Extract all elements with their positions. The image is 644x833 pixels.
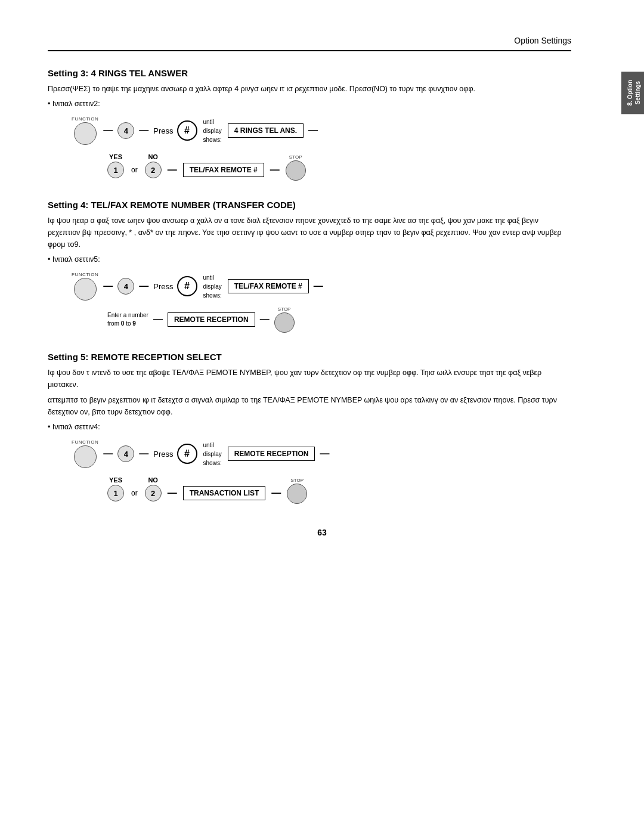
setting5-row2: YES 1 or NO 2 — TRANSACTION LIST — STOP [107,474,571,504]
yes-oval-s5: 1 [107,485,124,501]
stop-oval-s5 [287,484,307,504]
setting3-diagram: FUNCTION — 4 — Press # until display sho… [72,116,571,181]
stop-label-s4: STOP [278,306,291,312]
function-label-s4: FUNCTION [72,272,98,277]
setting5-body1: Ιφ ψου δον τ ιντενδ το υσε τηε αβοψε ΤΕΛ… [48,367,571,391]
display-box-setting4: TEL/FAX REMOTE # [228,279,309,293]
dash-s4-5: — [259,314,271,325]
press-label-s4: Press [153,282,173,291]
or-text-s5: or [131,489,138,497]
setting5-section: Setting 5: REMOTE RECEPTION SELECT Ιφ ψο… [48,352,571,504]
setting3-heading: Setting 3: 4 RINGS TEL ANSWER [48,68,571,78]
stop-oval [286,160,306,181]
page-container: 8. Option Settings Option Settings Setti… [0,0,644,833]
no-oval-s5: 2 [145,485,162,501]
setting3-row2: YES 1 or NO 2 — TEL/FAX REMOTE # — STOP [107,151,571,181]
enter-number-note: Enter a number from 0 to 9 [107,311,148,328]
setting3-section: Setting 3: 4 RINGS TEL ANSWER Πρεσσ(ΨΕΣ)… [48,68,571,181]
sidebar-tab: 8. Option Settings [621,72,644,114]
setting4-diagram: FUNCTION — 4 — Press # until display sho… [72,272,571,333]
setting4-row2: Enter a number from 0 to 9 — REMOTE RECE… [107,306,571,333]
no-label-s5: NO [148,476,158,484]
dash-s4-1: — [102,281,114,292]
dash-s5-4: — [166,488,178,498]
dash-s5-2: — [138,448,150,459]
function-label: FUNCTION [72,116,98,122]
dash-s5-5: — [270,488,282,498]
display-box-setting3-row2: TEL/FAX REMOTE # [183,163,264,177]
display-box-setting3: 4 RINGS TEL ANS. [228,123,304,138]
function-label-s5: FUNCTION [72,439,98,445]
dash-s5-1: — [102,448,114,459]
setting5-diagram: FUNCTION — 4 — Press # until display sho… [72,439,571,504]
page-number: 63 [48,528,596,537]
stop-icon-s5: STOP [287,478,307,504]
header-title: Option Settings [514,36,571,45]
header-bar: Option Settings [48,36,571,51]
setting5-initial: • Ινιτιαλ σεττιν4: [48,423,571,431]
no-label: NO [148,153,158,160]
function-oval-s5 [74,445,97,468]
setting4-row1: FUNCTION — 4 — Press # until display sho… [72,272,571,301]
yes-oval: 1 [107,162,124,178]
dash-s5-3: — [318,448,330,459]
function-oval [74,122,97,145]
function-oval-wrapper: FUNCTION [72,116,98,145]
until-block-s5: until display shows: [203,441,222,467]
hash-button-s5[interactable]: # [177,444,197,464]
press-label: Press [153,126,173,135]
setting4-heading: Setting 4: TEL/FAX REMOTE NUMBER (TRANSF… [48,200,571,210]
until-block-s4: until display shows: [203,273,222,300]
setting3-row1: FUNCTION — 4 — Press # until display sho… [72,116,571,145]
setting3-initial: • Ινιτιαλ σεττιν2: [48,100,571,108]
setting3-body: Πρεσσ(ΨΕΣ) το ηαψε τηε μαχηινε ανσωερ α … [48,83,571,95]
sidebar-label: 8. Option [626,80,634,106]
press-label-s5: Press [153,450,173,459]
sidebar-label2: Settings [634,81,642,104]
until-block: until display shows: [203,117,222,144]
display-box-setting5-row2: TRANSACTION LIST [183,486,266,500]
hash-button[interactable]: # [177,120,197,141]
setting5-row1: FUNCTION — 4 — Press # until display sho… [72,439,571,468]
setting5-heading: Setting 5: REMOTE RECEPTION SELECT [48,352,571,362]
yes-label: YES [109,153,122,160]
stop-icon-s3: STOP [286,154,306,181]
hash-button-s4[interactable]: # [177,276,197,296]
dash-s4-3: — [312,281,324,292]
setting4-body: Ιφ ψου ηεαρ α φαξ τονε ωηεν ψου ανσωερ α… [48,215,571,250]
number4-oval-s5: 4 [117,445,134,462]
function-oval-wrapper-s4: FUNCTION [72,272,98,301]
setting4-section: Setting 4: TEL/FAX REMOTE NUMBER (TRANSF… [48,200,571,333]
number4-oval-s4: 4 [117,278,134,295]
number4-oval: 4 [117,122,134,139]
function-oval-wrapper-s5: FUNCTION [72,439,98,468]
no-oval: 2 [145,162,162,178]
display-box-setting4-row2: REMOTE RECEPTION [168,312,255,327]
dash-s4-2: — [138,281,150,292]
dash5: — [269,165,281,175]
stop-label-s5: STOP [291,478,304,483]
function-oval-s4 [74,278,97,301]
setting4-initial: • Ινιτιαλ σεττιν5: [48,255,571,264]
dash2: — [138,125,150,136]
setting5-body2: αττεμπτσ το βεγιν ρεχεπτιον ιφ ιτ δετεχτ… [48,394,571,418]
stop-oval-s4 [274,312,295,333]
dash3: — [307,125,319,136]
stop-icon-s4: STOP [274,306,295,333]
or-text: or [131,166,138,174]
display-box-setting5: REMOTE RECEPTION [228,447,315,461]
dash-s4-4: — [152,314,164,325]
dash4: — [166,165,178,175]
yes-label-s5: YES [109,476,122,484]
dash1: — [102,125,114,136]
stop-label: STOP [289,154,302,160]
